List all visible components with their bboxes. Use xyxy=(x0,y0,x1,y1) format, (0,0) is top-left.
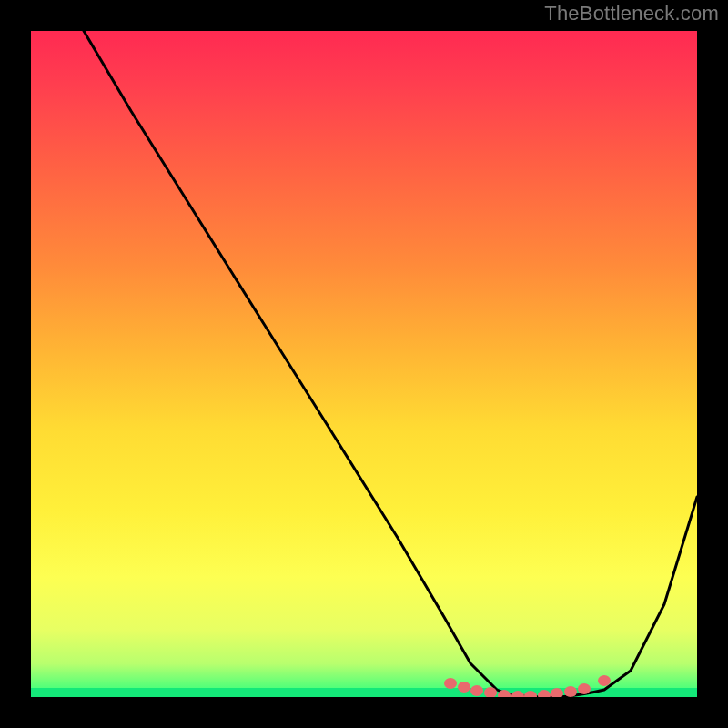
highlight-dot xyxy=(598,675,611,686)
highlight-dot xyxy=(551,688,563,697)
highlight-dot xyxy=(564,686,577,697)
highlight-dot xyxy=(578,683,591,694)
bottleneck-curve xyxy=(84,31,697,697)
highlight-dot xyxy=(458,682,470,693)
chart-frame: TheBottleneck.com xyxy=(0,0,728,728)
highlight-dots xyxy=(444,675,611,697)
highlight-dot xyxy=(524,691,537,697)
highlight-dot xyxy=(511,691,524,697)
highlight-dot xyxy=(444,678,457,689)
highlight-dot xyxy=(470,685,483,696)
watermark-text: TheBottleneck.com xyxy=(544,2,719,25)
curve-layer xyxy=(31,31,697,697)
highlight-dot xyxy=(538,690,551,697)
plot-area xyxy=(31,31,697,697)
